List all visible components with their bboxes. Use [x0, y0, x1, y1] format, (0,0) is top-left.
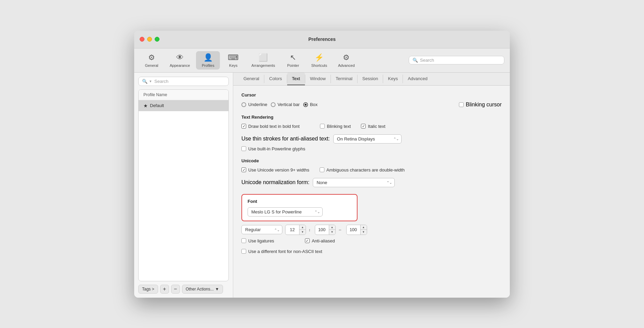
- tab-advanced[interactable]: Advanced: [403, 73, 432, 85]
- horizontal-spacing-decrement[interactable]: ▼: [361, 230, 367, 235]
- cursor-underline-option[interactable]: Underline: [241, 102, 267, 107]
- add-profile-button[interactable]: +: [160, 285, 169, 294]
- blinking-text-checkbox[interactable]: [320, 124, 325, 129]
- sidebar-search-input[interactable]: [154, 79, 225, 84]
- toolbar-item-appearance[interactable]: 👁 Appearance: [165, 51, 195, 70]
- toolbar-item-arrangements[interactable]: ⬜ Arrangements: [247, 51, 280, 70]
- toolbar-search-input[interactable]: [420, 58, 501, 63]
- font-controls-row: Meslo LG S for Powerline: [248, 207, 351, 217]
- cursor-box-label: Box: [310, 102, 318, 107]
- blinking-cursor-checkbox[interactable]: [459, 102, 464, 107]
- blinking-cursor-option[interactable]: Blinking cursor: [459, 102, 502, 108]
- draw-bold-option[interactable]: ✓ Draw bold text in bold font: [241, 124, 299, 129]
- cursor-section: Cursor Underline Vertical bar Box: [241, 92, 502, 108]
- italic-text-checkbox[interactable]: ✓: [361, 124, 366, 129]
- anti-aliased-option[interactable]: ✓ Anti-aliased: [305, 238, 335, 243]
- normalization-select[interactable]: None NFC NFD NFKC NFKD: [313, 178, 395, 187]
- unicode-widths-checkbox[interactable]: ✓: [241, 167, 246, 172]
- toolbar-item-keys[interactable]: ⌨ Keys: [221, 51, 245, 70]
- keyboard-icon: ⌨: [228, 53, 239, 62]
- vertical-spacing-stepper[interactable]: ▲ ▼: [315, 225, 336, 235]
- vertical-spacing-increment[interactable]: ▲: [329, 225, 335, 230]
- thin-strokes-select[interactable]: On Retina Displays Always Never In Non-R…: [333, 134, 402, 144]
- toolbar-search-box[interactable]: 🔍: [409, 56, 504, 64]
- font-style-select-wrapper[interactable]: Regular Bold Italic Bold Italic: [241, 225, 282, 234]
- toolbar-item-shortcuts[interactable]: ⚡ Shortcuts: [306, 51, 332, 70]
- powerline-option[interactable]: Use built-in Powerline glyphs: [241, 146, 502, 151]
- use-ligatures-option[interactable]: Use ligatures: [241, 238, 274, 243]
- panel-content: Cursor Underline Vertical bar Box: [233, 86, 510, 298]
- draw-bold-label: Draw bold text in bold font: [248, 124, 299, 129]
- toolbar-item-general[interactable]: ⚙ General: [140, 51, 164, 70]
- normalization-row: Unicode normalization form: None NFC NFD…: [241, 178, 502, 187]
- font-style-select[interactable]: Regular Bold Italic Bold Italic: [241, 225, 282, 234]
- font-size-input[interactable]: [285, 226, 299, 234]
- non-ascii-font-checkbox[interactable]: [241, 249, 246, 254]
- tab-text[interactable]: Text: [287, 73, 305, 85]
- font-section-title: Font: [248, 199, 351, 204]
- profile-item-default[interactable]: ★ Default: [139, 100, 228, 111]
- blinking-text-option[interactable]: Blinking text: [320, 124, 351, 129]
- other-actions-button[interactable]: Other Actions... ▼: [182, 285, 223, 294]
- cursor-box-radio[interactable]: [303, 102, 308, 107]
- tags-button[interactable]: Tags >: [138, 285, 158, 294]
- text-rendering-section: Text Rendering ✓ Draw bold text in bold …: [241, 115, 502, 151]
- font-size-stepper[interactable]: ▲ ▼: [285, 225, 306, 235]
- ambiguous-double-checkbox[interactable]: [320, 167, 324, 172]
- font-size-increment[interactable]: ▲: [299, 225, 306, 230]
- italic-text-option[interactable]: ✓ Italic text: [361, 124, 385, 129]
- italic-text-label: Italic text: [368, 124, 385, 129]
- unicode-widths-label: Use Unicode version 9+ widths: [248, 167, 309, 173]
- cursor-underline-label: Underline: [248, 102, 267, 107]
- tab-window[interactable]: Window: [305, 73, 331, 85]
- cursor-underline-radio[interactable]: [241, 102, 246, 107]
- search-icon: 🔍: [412, 58, 418, 63]
- sidebar-search-box[interactable]: 🔍 ▾: [138, 77, 229, 86]
- close-button[interactable]: [140, 37, 144, 42]
- unicode-widths-option[interactable]: ✓ Use Unicode version 9+ widths: [241, 167, 309, 173]
- toolbar-label-pointer: Pointer: [287, 63, 299, 68]
- use-ligatures-checkbox[interactable]: [241, 238, 246, 243]
- traffic-lights: [140, 37, 159, 42]
- ambiguous-double-option[interactable]: Ambiguous characters are double-width: [320, 167, 405, 173]
- anti-aliased-checkbox[interactable]: ✓: [305, 238, 310, 243]
- toolbar-item-pointer[interactable]: ↖ Pointer: [281, 51, 305, 70]
- toolbar-label-profiles: Profiles: [202, 63, 214, 68]
- toolbar-item-profiles[interactable]: 👤 Profiles: [196, 51, 220, 70]
- minimize-button[interactable]: [147, 37, 152, 42]
- remove-profile-button[interactable]: −: [171, 285, 180, 294]
- vertical-spacing-input[interactable]: [315, 226, 329, 234]
- powerline-label: Use built-in Powerline glyphs: [248, 146, 305, 151]
- toolbar-item-advanced[interactable]: ⚙ Advanced: [333, 51, 360, 70]
- toolbar-label-arrangements: Arrangements: [251, 63, 275, 68]
- tab-colors[interactable]: Colors: [264, 73, 287, 85]
- tab-keys[interactable]: Keys: [383, 73, 403, 85]
- thin-strokes-select-wrapper[interactable]: On Retina Displays Always Never In Non-R…: [333, 134, 402, 144]
- draw-bold-checkbox[interactable]: ✓: [241, 124, 246, 129]
- font-name-select[interactable]: Meslo LG S for Powerline: [248, 207, 323, 217]
- horizontal-spacing-input[interactable]: [347, 226, 360, 234]
- window-title: Preferences: [308, 36, 336, 42]
- font-size-decrement[interactable]: ▼: [299, 230, 306, 235]
- maximize-button[interactable]: [155, 37, 159, 42]
- use-ligatures-label: Use ligatures: [248, 238, 274, 243]
- cursor-vertical-option[interactable]: Vertical bar: [271, 102, 300, 107]
- toolbar: ⚙ General 👁 Appearance 👤 Profiles ⌨ Keys…: [134, 48, 510, 73]
- tab-session[interactable]: Session: [358, 73, 383, 85]
- horizontal-spacing-stepper[interactable]: ▲ ▼: [346, 225, 367, 235]
- vertical-spacing-decrement[interactable]: ▼: [329, 230, 335, 235]
- non-ascii-font-option[interactable]: Use a different font for non-ASCII text: [241, 249, 502, 254]
- horizontal-spacing-increment[interactable]: ▲: [361, 225, 367, 230]
- horizontal-spacing-icon: ↔: [338, 228, 342, 232]
- tab-terminal[interactable]: Terminal: [331, 73, 357, 85]
- preferences-window: Preferences ⚙ General 👁 Appearance 👤 Pro…: [134, 31, 510, 298]
- font-name-select-wrapper[interactable]: Meslo LG S for Powerline: [248, 207, 323, 217]
- normalization-select-wrapper[interactable]: None NFC NFD NFKC NFKD: [313, 178, 395, 187]
- tab-bar: General Colors Text Window Terminal Sess…: [233, 73, 510, 86]
- tab-general[interactable]: General: [239, 73, 264, 85]
- person-icon: 👤: [204, 53, 213, 62]
- font-bottom-checks: Use ligatures ✓ Anti-aliased Use a diffe…: [241, 238, 502, 257]
- cursor-box-option[interactable]: Box: [303, 102, 318, 107]
- cursor-vertical-radio[interactable]: [271, 102, 276, 107]
- powerline-checkbox[interactable]: [241, 146, 246, 151]
